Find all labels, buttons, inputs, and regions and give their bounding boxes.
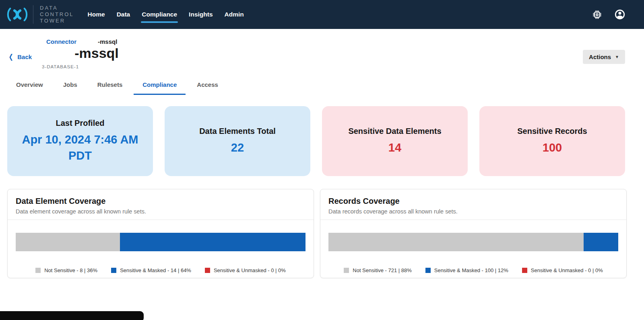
navbar-right bbox=[592, 9, 644, 20]
panel-header: Data Element Coverage Data element cover… bbox=[8, 189, 314, 220]
tab-jobs[interactable]: Jobs bbox=[54, 79, 86, 95]
coverage-legend: Not Sensitive - 8 | 36% Sensitive & Mask… bbox=[8, 267, 314, 273]
legend-item-sensitive-masked: Sensitive & Masked - 14 | 64% bbox=[111, 267, 191, 273]
legend-label: Sensitive & Masked - 100 | 12% bbox=[434, 267, 508, 273]
nav-item-admin[interactable]: Admin bbox=[225, 9, 244, 20]
legend-label: Sensitive & Unmasked - 0 | 0% bbox=[531, 267, 603, 273]
legend-swatch-red bbox=[205, 268, 210, 273]
panel-title: Records Coverage bbox=[328, 197, 618, 206]
page-subtitle: 3-DATABASE-1 bbox=[42, 64, 79, 69]
bar-segment-sensitive-masked bbox=[120, 233, 305, 251]
brand-line-1: DATA bbox=[40, 5, 74, 11]
breadcrumb-current: -mssql bbox=[98, 38, 117, 45]
legend-label: Sensitive & Unmasked - 0 | 0% bbox=[214, 267, 286, 273]
legend-item-sensitive-unmasked: Sensitive & Unmasked - 0 | 0% bbox=[205, 267, 286, 273]
nav-item-data[interactable]: Data bbox=[117, 9, 130, 20]
legend-item-sensitive-masked: Sensitive & Masked - 100 | 12% bbox=[425, 267, 508, 273]
nav-item-compliance[interactable]: Compliance bbox=[142, 9, 177, 20]
legend-swatch-gray bbox=[35, 268, 41, 273]
bar-segment-not-sensitive bbox=[328, 233, 584, 251]
panel-subtitle: Data element coverage across all known r… bbox=[16, 208, 305, 215]
legend-label: Sensitive & Masked - 14 | 64% bbox=[120, 267, 191, 273]
card-data-elements-total: Data Elements Total 22 bbox=[165, 106, 310, 176]
stacked-coverage-bar bbox=[16, 233, 305, 251]
tab-overview[interactable]: Overview bbox=[7, 79, 52, 95]
breadcrumb-connector-link[interactable]: Connector bbox=[46, 38, 76, 45]
legend-item-not-sensitive: Not Sensitive - 8 | 36% bbox=[35, 267, 97, 273]
legend-label: Not Sensitive - 8 | 36% bbox=[44, 267, 97, 273]
legend-item-not-sensitive: Not Sensitive - 721 | 88% bbox=[344, 267, 411, 273]
card-title: Sensitive Records bbox=[517, 127, 587, 136]
records-coverage-panel: Records Coverage Data records coverage a… bbox=[320, 189, 627, 278]
card-title: Sensitive Data Elements bbox=[348, 127, 441, 136]
legend-swatch-blue bbox=[425, 268, 431, 273]
card-value: Apr 10, 2024 7:46 AM PDT bbox=[18, 132, 142, 163]
card-sensitive-records: Sensitive Records 100 bbox=[479, 106, 625, 176]
redaction-bar bbox=[0, 311, 144, 320]
panel-title: Data Element Coverage bbox=[16, 197, 305, 206]
card-sensitive-data-elements: Sensitive Data Elements 14 bbox=[322, 106, 468, 176]
account-circle-icon[interactable] bbox=[614, 9, 625, 20]
tab-rulesets[interactable]: Rulesets bbox=[89, 79, 132, 95]
coverage-legend: Not Sensitive - 721 | 88% Sensitive & Ma… bbox=[320, 267, 626, 273]
top-navbar: DATA CONTROL TOWER Home Data Compliance … bbox=[0, 0, 644, 29]
bar-segment-sensitive-masked bbox=[584, 233, 618, 251]
page-title: -mssql bbox=[0, 45, 193, 61]
bar-segment-not-sensitive bbox=[16, 233, 120, 251]
brand-line-2: CONTROL bbox=[40, 11, 74, 18]
data-element-coverage-panel: Data Element Coverage Data element cover… bbox=[7, 189, 314, 278]
nav-item-home[interactable]: Home bbox=[88, 9, 105, 20]
delphix-logo-icon bbox=[6, 6, 29, 23]
legend-swatch-red bbox=[522, 268, 527, 273]
card-value: 100 bbox=[543, 140, 562, 156]
stat-cards-row: Last Profiled Apr 10, 2024 7:46 AM PDT D… bbox=[7, 106, 626, 176]
tab-access[interactable]: Access bbox=[188, 79, 227, 95]
legend-swatch-blue bbox=[111, 268, 116, 273]
chevron-down-icon: ▼ bbox=[615, 55, 619, 59]
panel-subtitle: Data records coverage across all known r… bbox=[328, 208, 618, 215]
card-title: Last Profiled bbox=[56, 119, 104, 128]
nav-item-insights[interactable]: Insights bbox=[189, 9, 213, 20]
card-value: 14 bbox=[388, 140, 401, 156]
delphix-logo[interactable] bbox=[6, 6, 29, 23]
legend-item-sensitive-unmasked: Sensitive & Unmasked - 0 | 0% bbox=[522, 267, 603, 273]
brand-text: DATA CONTROL TOWER bbox=[40, 5, 74, 24]
brand-line-3: TOWER bbox=[40, 18, 74, 24]
main-nav: Home Data Compliance Insights Admin bbox=[88, 0, 244, 29]
coverage-panels-row: Data Element Coverage Data element cover… bbox=[7, 189, 627, 278]
legend-label: Not Sensitive - 721 | 88% bbox=[353, 267, 411, 273]
actions-button[interactable]: Actions ▼ bbox=[583, 50, 625, 64]
stacked-coverage-bar bbox=[328, 233, 618, 251]
chip-settings-icon[interactable] bbox=[592, 10, 602, 20]
detail-tabs: Overview Jobs Rulesets Compliance Access bbox=[7, 79, 227, 95]
panel-header: Records Coverage Data records coverage a… bbox=[320, 189, 626, 220]
actions-label: Actions bbox=[589, 53, 611, 60]
card-last-profiled: Last Profiled Apr 10, 2024 7:46 AM PDT bbox=[7, 106, 153, 176]
legend-swatch-gray bbox=[344, 268, 349, 273]
tab-compliance[interactable]: Compliance bbox=[134, 79, 186, 95]
card-title: Data Elements Total bbox=[199, 127, 276, 136]
card-value: 22 bbox=[231, 140, 244, 156]
brand-divider bbox=[33, 5, 33, 24]
